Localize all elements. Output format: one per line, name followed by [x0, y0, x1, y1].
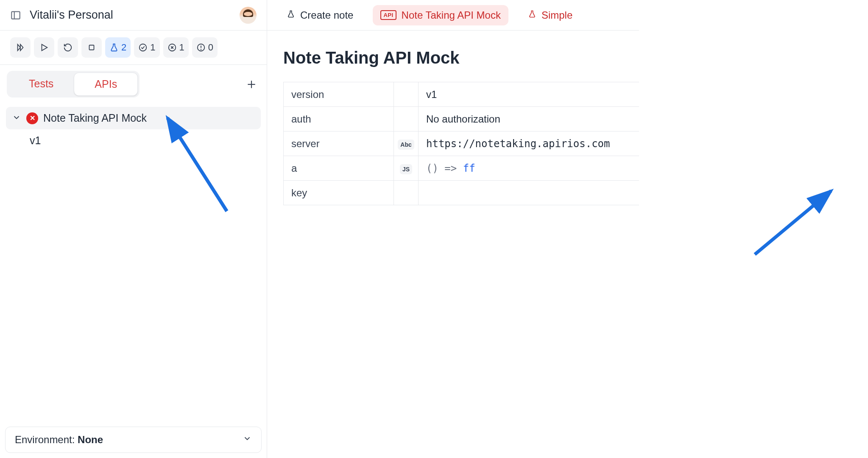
row-auth-type	[394, 107, 419, 131]
tab-create-note[interactable]: Create note	[279, 5, 361, 26]
refresh-button[interactable]	[58, 37, 78, 58]
error-badge-icon: ✕	[26, 112, 38, 124]
tab-api-mock[interactable]: API Note Taking API Mock	[373, 5, 508, 25]
add-button[interactable]	[243, 76, 260, 93]
workspace-name[interactable]: Vitalii's Personal	[30, 8, 231, 22]
api-badge: API	[380, 10, 396, 20]
environment-selector[interactable]: Environment: None	[5, 427, 262, 453]
play-button[interactable]	[34, 37, 54, 58]
api-tree: ✕ Note Taking API Mock v1	[0, 103, 267, 422]
row-a-key[interactable]: a	[284, 156, 394, 181]
row-auth-key[interactable]: auth	[284, 107, 394, 131]
svg-point-12	[201, 49, 201, 50]
chevron-down-icon	[12, 113, 21, 124]
tab-api-mock-label: Note Taking API Mock	[402, 9, 501, 21]
sidebar: Vitalii's Personal 2 1 1 0	[0, 0, 267, 458]
tree-root-label: Note Taking API Mock	[43, 112, 147, 124]
sidebar-header: Vitalii's Personal	[0, 0, 267, 31]
row-empty-type	[394, 181, 419, 205]
tab-apis[interactable]: APIs	[74, 73, 138, 96]
environment-label: Environment: None	[15, 434, 103, 446]
tab-simple-label: Simple	[541, 9, 572, 21]
fail-count: 1	[179, 42, 184, 53]
svg-rect-5	[89, 45, 94, 50]
tab-simple[interactable]: Simple	[520, 5, 580, 26]
avatar[interactable]	[240, 7, 257, 24]
pass-count: 1	[150, 42, 155, 53]
row-empty-key[interactable]: key	[284, 181, 394, 205]
row-version-key[interactable]: version	[284, 82, 394, 107]
tab-tests[interactable]: Tests	[8, 73, 74, 96]
filter-fail-button[interactable]: 1	[163, 37, 189, 58]
stop-button[interactable]	[81, 37, 102, 58]
svg-marker-2	[18, 45, 20, 51]
svg-point-6	[140, 44, 147, 51]
sidebar-toolbar: 2 1 1 0	[0, 31, 267, 65]
tab-create-note-label: Create note	[300, 9, 353, 21]
panel-toggle-icon[interactable]	[10, 10, 21, 21]
row-a-type[interactable]: JS	[394, 156, 419, 181]
run-all-button[interactable]	[10, 37, 31, 58]
tree-child-label: v1	[30, 134, 41, 147]
svg-marker-4	[42, 45, 47, 51]
chevron-down-icon	[243, 434, 252, 446]
tree-child-item[interactable]: v1	[6, 129, 261, 152]
warn-count: 0	[208, 42, 213, 53]
flask-icon	[528, 9, 536, 22]
filter-warn-button[interactable]: 0	[192, 37, 218, 58]
right-gutter	[639, 0, 868, 458]
flask-count: 2	[121, 42, 126, 53]
sidebar-tabs-row: Tests APIs	[0, 65, 267, 103]
row-version-type	[394, 82, 419, 107]
tree-root-item[interactable]: ✕ Note Taking API Mock	[6, 107, 261, 129]
filter-pass-button[interactable]: 1	[134, 37, 159, 58]
row-server-type[interactable]: Abc	[394, 131, 419, 156]
svg-rect-0	[11, 11, 20, 19]
flask-icon	[287, 9, 295, 22]
sidebar-tabs: Tests APIs	[7, 71, 140, 98]
row-server-key[interactable]: server	[284, 131, 394, 156]
filter-flask-button[interactable]: 2	[105, 37, 131, 58]
